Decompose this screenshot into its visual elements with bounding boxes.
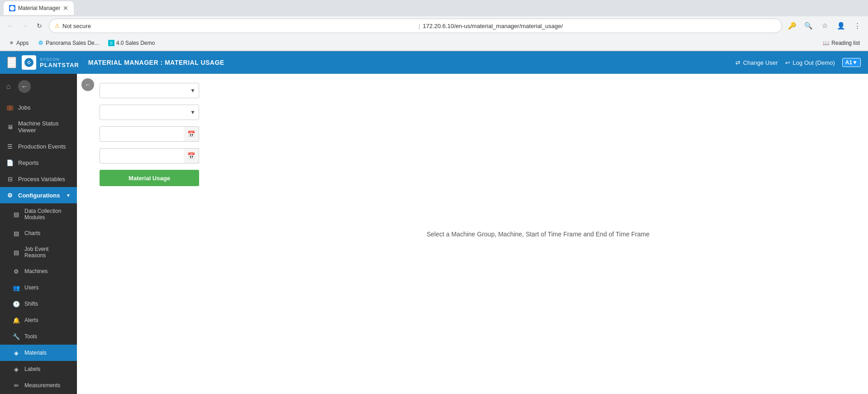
sidebar-item-measurements[interactable]: ✏ Measurements [0,377,77,394]
sidebar-item-production-events[interactable]: ☰ Production Events [0,138,77,154]
shifts-icon: 🕐 [13,300,20,308]
address-separator: | [419,23,420,29]
reading-list-label: Reading list [831,40,860,46]
bookmark-apps[interactable]: ⊞ Apps [5,38,32,48]
top-header: ☰ SYSCON PLANTSTAR MATERIAL MANAGER : MA… [0,51,868,74]
machines-icon: ⚙ [13,268,20,275]
machine-group-wrapper: ▼ [100,83,199,98]
start-time-wrapper: 📅 [100,126,199,142]
sidebar-item-process-variables[interactable]: ⊟ Process Variables [0,171,77,187]
active-tab[interactable]: Material Manager ✕ [4,1,74,15]
reload-button[interactable]: ↻ [33,20,45,32]
sidebar-item-label: Job Event Reasons [24,246,71,259]
sidebar-item-label: Machines [24,268,48,274]
change-user-button[interactable]: ⇄ Change User [735,59,778,66]
lock-icon: ⚠ [55,23,60,29]
machine-select[interactable] [100,105,199,120]
alerts-icon: 🔔 [13,317,20,324]
sidebar-item-alerts[interactable]: 🔔 Alerts [0,312,77,328]
logo-area: SYSCON PLANTSTAR [22,55,79,70]
charts-icon: ▤ [13,230,20,237]
profile-icon[interactable]: 🔑 [786,19,798,32]
tools-icon: 🔧 [13,333,20,340]
machine-group-row: ▼ [100,83,199,98]
bookmark-sales-demo[interactable]: S 4.0 Sales Demo [105,38,158,48]
bookmarks-bar: ⊞ Apps 🌐 Panorama Sales De... S 4.0 Sale… [0,35,868,51]
sidebar-item-charts[interactable]: ▤ Charts [0,225,77,241]
process-variables-icon: ⊟ [6,175,14,183]
data-collection-icon: ▤ [13,211,20,218]
sidebar-item-job-event-reasons[interactable]: ▤ Job Event Reasons [0,241,77,263]
tab-close-button[interactable]: ✕ [63,5,68,12]
app-wrapper: ☰ SYSCON PLANTSTAR MATERIAL MANAGER : MA… [0,51,868,394]
sidebar-item-users[interactable]: 👥 Users [0,279,77,296]
sidebar-item-label: Jobs [18,104,30,111]
browser-chrome: Material Manager ✕ ← → ↻ ⚠ Not secure | … [0,0,868,51]
machine-wrapper: ▼ [100,105,199,120]
tab-title: Material Manager [18,5,60,11]
user-badge[interactable]: A1▼ [842,58,861,67]
reading-list-button[interactable]: 📖 Reading list [819,38,863,48]
materials-icon: ◈ [13,349,20,356]
sidebar-item-label: Charts [24,230,40,236]
svg-point-2 [28,62,30,63]
sidebar-item-label: Process Variables [18,176,65,183]
instruction-text: Select a Machine Group, Machine, Start o… [427,231,650,238]
content-back-button[interactable]: ← [81,78,94,91]
sidebar-item-tools[interactable]: 🔧 Tools [0,328,77,345]
forward-button[interactable]: → [19,20,31,32]
change-user-label: Change User [743,59,778,66]
machine-group-select[interactable] [100,83,199,98]
sidebar-item-label: Labels [24,366,40,372]
sidebar-item-shifts[interactable]: 🕐 Shifts [0,296,77,312]
configurations-arrow: ▼ [66,193,71,198]
start-time-calendar-button[interactable]: 📅 [184,126,199,142]
sidebar-item-label: Reports [18,159,39,166]
browser-actions: 🔑 🔍 ☆ 👤 ⋮ [786,19,863,32]
labels-icon: ◈ [13,365,20,373]
url-text: 172.20.6.10/en-us/material_manager/mater… [423,23,776,29]
apps-label: Apps [16,40,29,46]
bookmark-button[interactable]: ☆ [818,19,831,32]
start-time-row: 📅 [100,126,199,142]
end-time-row: 📅 [100,148,199,163]
logout-button[interactable]: ↩ Log Out (Demo) [785,59,835,66]
end-time-calendar-button[interactable]: 📅 [184,148,199,163]
menu-button[interactable]: ⋮ [851,19,863,32]
sidebar-item-machines[interactable]: ⚙ Machines [0,263,77,279]
logout-label: Log Out (Demo) [793,59,835,66]
svg-point-0 [10,6,15,11]
sidebar-item-labels[interactable]: ◈ Labels [0,361,77,377]
submit-button[interactable]: Material Usage [100,170,199,186]
address-bar[interactable]: ⚠ Not secure | 172.20.6.10/en-us/materia… [49,19,782,33]
panorama-favicon: 🌐 [38,40,44,46]
machine-status-icon: 🖥 [6,123,14,130]
sidebar-item-jobs[interactable]: 💼 Jobs [0,99,77,115]
hamburger-button[interactable]: ☰ [7,57,16,68]
sidebar-item-reports[interactable]: 📄 Reports [0,154,77,171]
nav-icons: ← → ↻ [5,20,45,32]
sidebar-item-label: Alerts [24,317,38,323]
sidebar: ⌂ ← 💼 Jobs 🖥 Machine Status Viewer ☰ Pro… [0,74,77,394]
production-events-icon: ☰ [6,143,14,150]
sidebar-item-materials[interactable]: ◈ Materials [0,345,77,361]
sidebar-back-button[interactable]: ← [18,80,31,93]
configurations-icon: ⚙ [6,192,14,199]
search-button[interactable]: 🔍 [802,19,815,32]
sales-demo-label: 4.0 Sales Demo [116,40,155,46]
sidebar-item-label: Users [24,284,38,291]
sidebar-item-data-collection[interactable]: ▤ Data Collection Modules [0,203,77,225]
bookmark-panorama[interactable]: 🌐 Panorama Sales De... [34,38,102,48]
sidebar-home-button[interactable]: ⌂ [3,79,14,94]
address-text: Not secure [62,23,416,29]
users-icon: 👥 [13,284,20,291]
account-button[interactable]: 👤 [835,19,847,32]
sidebar-section-configurations[interactable]: ⚙ Configurations ▼ [0,187,77,203]
sidebar-item-label: Machine Status Viewer [18,120,71,134]
page-title: MATERIAL MANAGER : MATERIAL USAGE [88,59,224,66]
end-time-wrapper: 📅 [100,148,199,163]
sidebar-item-machine-status[interactable]: 🖥 Machine Status Viewer [0,115,77,138]
browser-toolbar: ← → ↻ ⚠ Not secure | 172.20.6.10/en-us/m… [0,16,868,35]
back-button[interactable]: ← [5,20,16,32]
sidebar-item-label: Production Events [18,143,66,150]
